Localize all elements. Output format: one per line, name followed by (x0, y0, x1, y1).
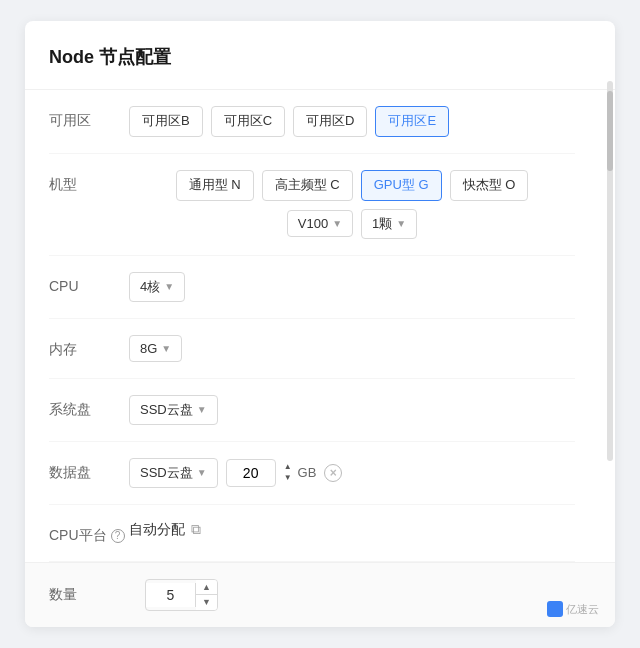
cpu-label: CPU (49, 272, 129, 294)
gpu-model-value: V100 (298, 216, 328, 231)
data-disk-spinners: ▲ ▼ (282, 462, 294, 484)
gpu-count-arrow: ▼ (396, 218, 406, 229)
page-title: Node 节点配置 (25, 45, 615, 89)
data-disk-unit: GB (298, 465, 317, 480)
logo-text: 亿速云 (566, 602, 599, 617)
memory-select[interactable]: 8G ▼ (129, 335, 182, 362)
scrollbar-thumb[interactable] (607, 91, 613, 171)
cpu-value: 4核 (140, 278, 160, 296)
availability-zone-options: 可用区B 可用区C 可用区D 可用区E (129, 106, 575, 137)
general-n-btn[interactable]: 通用型 N (176, 170, 254, 201)
memory-label: 内存 (49, 335, 129, 359)
zone-c-btn[interactable]: 可用区C (211, 106, 285, 137)
node-config-card: Node 节点配置 可用区 可用区B 可用区C 可用区D 可用区E 机型 通用型… (25, 21, 615, 627)
scrollbar[interactable] (607, 81, 613, 461)
memory-content: 8G ▼ (129, 335, 575, 362)
zone-b-btn[interactable]: 可用区B (129, 106, 203, 137)
system-disk-content: SSD云盘 ▼ (129, 395, 575, 425)
data-disk-type-value: SSD云盘 (140, 464, 193, 482)
cpu-platform-content: 自动分配 ⧉ (129, 521, 575, 539)
memory-row: 内存 8G ▼ (49, 319, 575, 379)
availability-zone-label: 可用区 (49, 106, 129, 130)
zone-d-btn[interactable]: 可用区D (293, 106, 367, 137)
cpu-platform-ext-icon[interactable]: ⧉ (191, 521, 201, 538)
system-disk-value: SSD云盘 (140, 401, 193, 419)
bottom-bar: 数量 ▲ ▼ (25, 562, 615, 628)
quantity-input[interactable] (146, 583, 196, 607)
gpu-sub-options: V100 ▼ 1颗 ▼ (287, 209, 417, 239)
system-disk-arrow: ▼ (197, 404, 207, 415)
gpu-g-btn[interactable]: GPU型 G (361, 170, 442, 201)
memory-value: 8G (140, 341, 157, 356)
zone-e-btn[interactable]: 可用区E (375, 106, 449, 137)
gpu-count-select[interactable]: 1颗 ▼ (361, 209, 417, 239)
cpu-select[interactable]: 4核 ▼ (129, 272, 185, 302)
data-disk-size-down[interactable]: ▼ (282, 473, 294, 484)
cpu-platform-help-icon[interactable]: ? (111, 529, 125, 543)
fast-o-btn[interactable]: 快杰型 O (450, 170, 529, 201)
data-disk-size-input[interactable] (226, 459, 276, 487)
data-disk-size-wrap: ▲ ▼ GB (226, 459, 317, 487)
cpu-platform-row: CPU平台 ? 自动分配 ⧉ (49, 505, 575, 562)
machine-type-label: 机型 (49, 170, 129, 194)
data-disk-content: SSD云盘 ▼ ▲ ▼ GB × (129, 458, 575, 488)
data-disk-type-select[interactable]: SSD云盘 ▼ (129, 458, 218, 488)
gpu-count-value: 1颗 (372, 215, 392, 233)
quantity-stepper: ▲ ▼ (145, 579, 218, 612)
cpu-row: CPU 4核 ▼ (49, 256, 575, 319)
logo-icon (547, 601, 563, 617)
gpu-model-select[interactable]: V100 ▼ (287, 210, 353, 237)
system-disk-select[interactable]: SSD云盘 ▼ (129, 395, 218, 425)
data-disk-type-arrow: ▼ (197, 467, 207, 478)
quantity-up-btn[interactable]: ▲ (196, 580, 217, 596)
memory-arrow: ▼ (161, 343, 171, 354)
system-disk-row: 系统盘 SSD云盘 ▼ (49, 379, 575, 442)
cpu-content: 4核 ▼ (129, 272, 575, 302)
data-disk-label: 数据盘 (49, 458, 129, 482)
system-disk-label: 系统盘 (49, 395, 129, 419)
data-disk-row: 数据盘 SSD云盘 ▼ ▲ ▼ GB × (49, 442, 575, 505)
gpu-model-arrow: ▼ (332, 218, 342, 229)
logo-area: 亿速云 (547, 601, 599, 617)
quantity-down-btn[interactable]: ▼ (196, 595, 217, 610)
form-body: 可用区 可用区B 可用区C 可用区D 可用区E 机型 通用型 N 高主频型 C … (25, 89, 615, 562)
machine-type-row: 机型 通用型 N 高主频型 C GPU型 G 快杰型 O V100 ▼ 1颗 ▼ (49, 154, 575, 256)
availability-zone-row: 可用区 可用区B 可用区C 可用区D 可用区E (49, 90, 575, 154)
machine-type-content: 通用型 N 高主频型 C GPU型 G 快杰型 O V100 ▼ 1颗 ▼ (129, 170, 575, 239)
cpu-platform-label: CPU平台 ? (49, 521, 129, 545)
cpu-arrow: ▼ (164, 281, 174, 292)
data-disk-size-up[interactable]: ▲ (282, 462, 294, 473)
cpu-platform-label-text: CPU平台 (49, 527, 107, 545)
quantity-arrows: ▲ ▼ (196, 580, 217, 611)
cpu-platform-value: 自动分配 (129, 521, 185, 539)
machine-type-buttons: 通用型 N 高主频型 C GPU型 G 快杰型 O (176, 170, 529, 201)
data-disk-remove-btn[interactable]: × (324, 464, 342, 482)
quantity-label: 数量 (49, 586, 129, 604)
high-freq-c-btn[interactable]: 高主频型 C (262, 170, 353, 201)
